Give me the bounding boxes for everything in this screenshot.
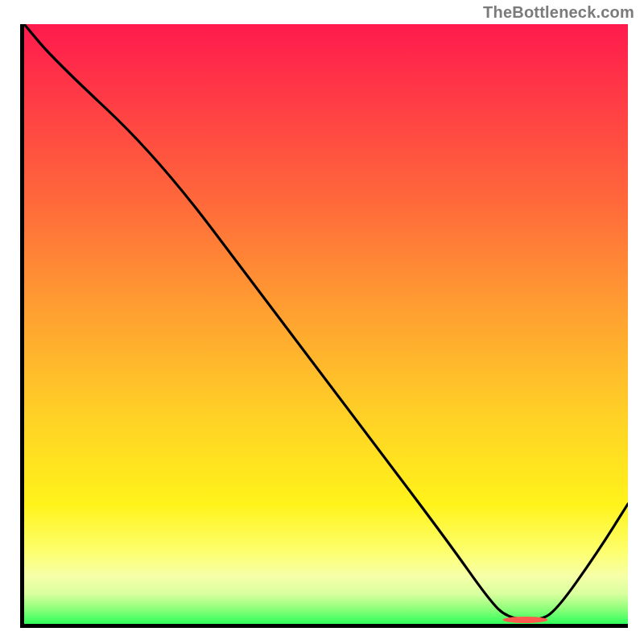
plot-area	[20, 24, 628, 628]
line-series	[24, 24, 628, 624]
attribution-text: TheBottleneck.com	[483, 3, 634, 22]
curve-path	[24, 24, 628, 620]
chart-root: TheBottleneck.com	[0, 0, 644, 644]
trough-marker	[503, 617, 548, 623]
